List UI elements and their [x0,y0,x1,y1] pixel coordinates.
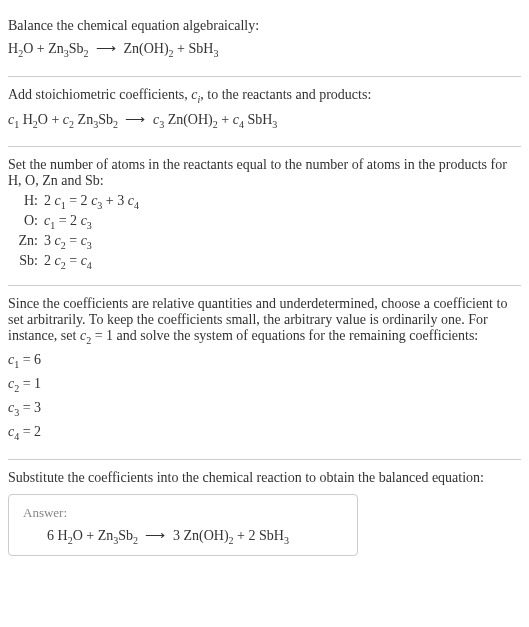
ans-c-sub: 2 [133,534,138,545]
row-o-cb-sub: 3 [87,220,92,231]
row-sb-lhs: 2 [44,253,55,268]
row-o-label: O: [8,213,38,231]
row-sb-cb-sub: 4 [87,260,92,271]
sp4-sub: 3 [272,118,277,129]
c1-val: = 6 [19,352,41,367]
c4-val: = 2 [19,424,41,439]
answer-box: Answer: 6 H2O + Zn3Sb2 ⟶ 3 Zn(OH)2 + 2 S… [8,494,358,557]
reactant-sb: Sb [69,41,84,56]
reaction-arrow: ⟶ [92,41,120,56]
reactant-h2o-h: H [8,41,18,56]
coeff-solutions: c1 = 6 c2 = 1 c3 = 3 c4 = 2 [8,349,521,444]
section-atom-balance: Set the number of atoms in the reactants… [8,147,521,285]
unbalanced-equation: H2O + Zn3Sb2 ⟶ Zn(OH)2 + SbH3 [8,38,521,62]
balanced-equation: 6 H2O + Zn3Sb2 ⟶ 3 Zn(OH)2 + 2 SbH3 [23,527,343,546]
coeff-title-b: , to the reactants and products: [200,87,371,102]
coeff-c2: c2 = 1 [8,373,521,397]
problem-title: Balance the chemical equation algebraica… [8,18,521,34]
answer-title: Substitute the coefficients into the che… [8,470,521,486]
sp2b: Sb [98,112,113,127]
product-znoh: Zn(OH) [123,41,168,56]
reactant-plus-zn: O + Zn [23,41,64,56]
sp4: SbH [244,112,272,127]
atom-balance-title: Set the number of atoms in the reactants… [8,157,521,189]
sp3b: + [218,112,233,127]
product-sbh: + SbH [174,41,214,56]
section-coefficients-intro: Add stoichiometric coefficients, ci, to … [8,77,521,148]
sp1b: O + [38,112,63,127]
sp2: Zn [74,112,93,127]
row-sb-mid: = [66,253,81,268]
row-h-lhs: 2 [44,193,55,208]
row-zn-mid: = [66,233,81,248]
solve-title-eq: = 1 and solve the system of equations fo… [91,328,478,343]
ans-arrow: ⟶ [141,528,169,543]
coeff-c4: c4 = 2 [8,421,521,445]
c2-val: = 1 [19,376,41,391]
section-problem: Balance the chemical equation algebraica… [8,8,521,77]
row-h-label: H: [8,193,38,211]
ans-c: Sb [118,528,133,543]
c3-val: = 3 [19,400,41,415]
solve-title: Since the coefficients are relative quan… [8,296,521,346]
row-o-eq: c1 = 2 c3 [44,213,521,231]
ans-e-sub: 3 [284,534,289,545]
atom-equations-grid: H: 2 c1 = 2 c3 + 3 c4 O: c1 = 2 c3 Zn: 3… [8,193,521,270]
coeff-c1: c1 = 6 [8,349,521,373]
row-zn-eq: 3 c2 = c3 [44,233,521,251]
sp3: Zn(OH) [164,112,213,127]
coeff-title-a: Add stoichiometric coefficients, [8,87,191,102]
coeff-c3: c3 = 3 [8,397,521,421]
row-h-mid2: + 3 [102,193,127,208]
ans-b: O + Zn [73,528,114,543]
row-h-mid: = 2 [66,193,91,208]
coeff-arrow: ⟶ [121,112,149,127]
row-zn-cb-sub: 3 [87,240,92,251]
row-zn-label: Zn: [8,233,38,251]
row-sb-label: Sb: [8,253,38,271]
row-o-mid: = 2 [55,213,80,228]
row-sb-eq: 2 c2 = c4 [44,253,521,271]
reactant-sb-sub: 2 [83,48,88,59]
ans-d: 3 Zn(OH) [173,528,229,543]
ans-a: 6 H [47,528,68,543]
section-solve: Since the coefficients are relative quan… [8,286,521,460]
section-answer: Substitute the coefficients into the che… [8,460,521,567]
product-sbh-sub: 3 [213,48,218,59]
answer-label: Answer: [23,505,343,521]
sp2c-sub: 2 [113,118,118,129]
sp1: H [19,112,33,127]
row-h-cc-sub: 4 [134,200,139,211]
row-h-eq: 2 c1 = 2 c3 + 3 c4 [44,193,521,211]
ans-e: + 2 SbH [234,528,284,543]
coeff-title: Add stoichiometric coefficients, ci, to … [8,87,521,105]
coeff-equation: c1 H2O + c2 Zn3Sb2 ⟶ c3 Zn(OH)2 + c4 SbH… [8,109,521,133]
row-zn-lhs: 3 [44,233,55,248]
